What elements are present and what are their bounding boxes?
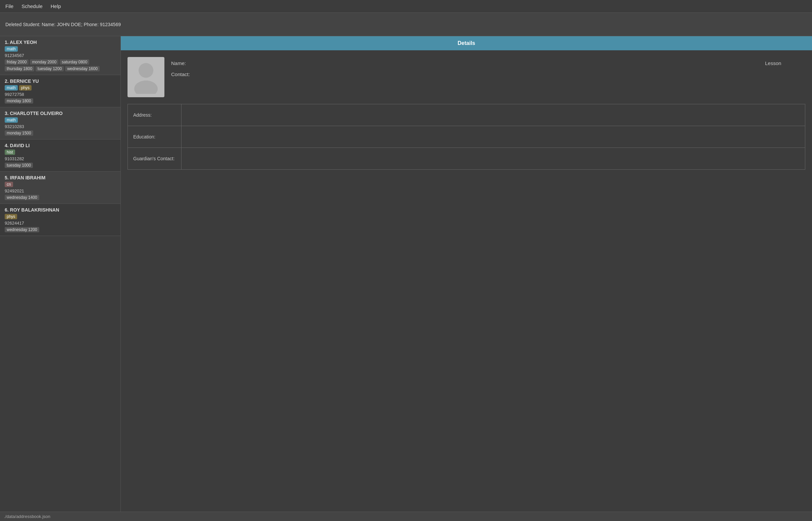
notification-bar: Deleted Student: Name: JOHN DOE; Phone: … (0, 13, 812, 36)
details-top: Name: Contact: Lesson (121, 50, 812, 104)
address-value (181, 104, 805, 126)
menu-bar: File Schedule Help (0, 0, 812, 13)
svg-point-1 (134, 81, 158, 94)
student-list: 1. ALEX YEOHmath91234567friday 2000monda… (0, 36, 121, 512)
schedule-tag: wednesday 1600 (65, 66, 100, 71)
subject-tag: hist (5, 150, 15, 155)
address-row: Address: (128, 104, 805, 126)
subject-tag: phys (19, 85, 31, 91)
contact-label: Contact: (171, 71, 190, 77)
subject-tags: cn (5, 182, 116, 187)
student-phone: 92492021 (5, 188, 116, 194)
schedule-tags: monday 1500 (5, 130, 116, 136)
subject-tag: cn (5, 182, 13, 187)
lesson-label: Lesson (765, 60, 781, 66)
avatar (128, 57, 165, 97)
list-item[interactable]: 4. DAVID LIhist91031282tuesday 1000 (0, 139, 121, 172)
list-item[interactable]: 6. ROY BALAKRISHNANphys92624417wednesday… (0, 204, 121, 236)
main-content: 1. ALEX YEOHmath91234567friday 2000monda… (0, 36, 812, 512)
guardian-value (181, 148, 805, 169)
details-header: Details (121, 36, 812, 50)
schedule-tags: monday 1800 (5, 98, 116, 104)
status-bar: ./data/addressbook.json (0, 512, 812, 521)
student-name: 6. ROY BALAKRISHNAN (5, 207, 116, 212)
name-field: Name: (171, 60, 758, 66)
subject-tags: phys (5, 214, 116, 219)
notification-text: Deleted Student: Name: JOHN DOE; Phone: … (5, 22, 121, 27)
details-panel: Details Name: Contact: Lesson (121, 36, 812, 512)
schedule-tags: wednesday 1200 (5, 227, 116, 232)
education-label: Education: (128, 126, 181, 148)
schedule-tag: saturday 0800 (60, 59, 89, 65)
schedule-tags: wednesday 1400 (5, 195, 116, 200)
subject-tags: hist (5, 150, 116, 155)
student-name: 3. CHARLOTTE OLIVEIRO (5, 111, 116, 116)
student-phone: 91031282 (5, 156, 116, 161)
schedule-tag: tuesday 1200 (36, 66, 64, 71)
subject-tag: math (5, 46, 18, 52)
list-item[interactable]: 1. ALEX YEOHmath91234567friday 2000monda… (0, 36, 121, 75)
student-phone: 99272758 (5, 92, 116, 97)
address-label: Address: (128, 104, 181, 126)
student-phone: 91234567 (5, 53, 116, 58)
list-item[interactable]: 2. BERNICE YUmathphys99272758monday 1800 (0, 75, 121, 107)
schedule-tags: tuesday 1000 (5, 163, 116, 168)
guardian-label: Guardian's Contact: (128, 148, 181, 169)
name-contact-section: Name: Contact: (171, 57, 758, 83)
schedule-tag: tuesday 1000 (5, 163, 33, 168)
list-item[interactable]: 3. CHARLOTTE OLIVEIROmath93210283monday … (0, 107, 121, 139)
schedule-tag: monday 2000 (30, 59, 58, 65)
guardian-row: Guardian's Contact: (128, 148, 805, 169)
schedule-tag: monday 1500 (5, 130, 33, 136)
education-value (181, 126, 805, 148)
subject-tags: math (5, 46, 116, 52)
subject-tag: math (5, 117, 18, 123)
subject-tag: math (5, 85, 18, 91)
menu-help[interactable]: Help (51, 3, 61, 9)
schedule-tag: wednesday 1200 (5, 227, 39, 232)
student-name: 2. BERNICE YU (5, 78, 116, 84)
student-name: 1. ALEX YEOH (5, 40, 116, 45)
student-name: 4. DAVID LI (5, 143, 116, 148)
subject-tags: math (5, 117, 116, 123)
contact-field: Contact: (171, 71, 758, 77)
avatar-svg (132, 60, 159, 94)
svg-point-0 (138, 63, 153, 78)
schedule-tag: thursday 1800 (5, 66, 34, 71)
menu-schedule[interactable]: Schedule (21, 3, 43, 9)
list-item[interactable]: 5. IRFAN IBRAHIMcn92492021wednesday 1400 (0, 172, 121, 204)
details-table: Address: Education: Guardian's Contact: (128, 104, 805, 169)
status-path: ./data/addressbook.json (4, 514, 50, 519)
student-name: 5. IRFAN IBRAHIM (5, 175, 116, 180)
student-phone: 93210283 (5, 124, 116, 129)
schedule-tag: monday 1800 (5, 98, 33, 104)
menu-file[interactable]: File (5, 3, 14, 9)
schedule-tags: friday 2000monday 2000saturday 0800thurs… (5, 59, 116, 71)
schedule-tag: wednesday 1400 (5, 195, 39, 200)
name-label: Name: (171, 60, 186, 66)
lesson-column: Lesson (765, 57, 805, 66)
schedule-tag: friday 2000 (5, 59, 28, 65)
subject-tags: mathphys (5, 85, 116, 91)
subject-tag: phys (5, 214, 17, 219)
education-row: Education: (128, 126, 805, 148)
student-phone: 92624417 (5, 221, 116, 226)
